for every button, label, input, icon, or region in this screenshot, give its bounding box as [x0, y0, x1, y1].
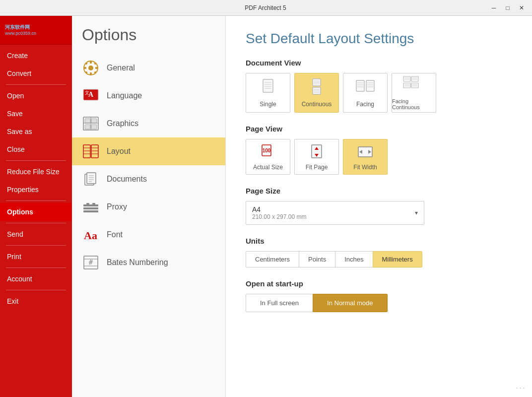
nav-item-graphics[interactable]: Graphics	[72, 110, 225, 137]
page-size-dropdown[interactable]: A4 210.00 x 297.00 mm ▾	[246, 201, 424, 225]
nav-label-documents: Documents	[107, 175, 147, 184]
sidebar-item-open[interactable]: Open	[0, 87, 72, 105]
sidebar-item-reduce[interactable]: Reduce File Size	[0, 163, 72, 181]
page-view-title: Page View	[246, 125, 512, 133]
page-view-btn-fit-page[interactable]: Fit Page	[294, 139, 339, 175]
unit-btn-inches[interactable]: Inches	[335, 251, 373, 267]
svg-rect-5	[95, 67, 98, 69]
actual-size-icon: 100	[259, 143, 277, 161]
documents-icon	[82, 170, 100, 188]
units-title: Units	[246, 237, 512, 245]
general-icon	[82, 59, 100, 77]
facing-continuous-icon	[402, 75, 425, 95]
nav-item-bates[interactable]: # Bates Numbering	[72, 249, 225, 276]
mid-panel: Options General	[72, 16, 226, 397]
sidebar-item-print[interactable]: Print	[0, 248, 72, 265]
svg-text:A: A	[88, 91, 94, 98]
unit-btn-millimeters[interactable]: Millimeters	[373, 251, 422, 267]
facing-label: Facing	[356, 101, 374, 108]
titlebar-title: PDF Architect 5	[44, 4, 487, 11]
sidebar-divider-5	[6, 245, 66, 246]
svg-rect-3	[90, 72, 92, 75]
restore-button[interactable]: □	[501, 3, 514, 13]
svg-rect-38	[83, 207, 98, 209]
view-btn-single[interactable]: Single	[246, 73, 290, 113]
view-btn-facing-continuous[interactable]: Facing Continuous	[392, 73, 436, 113]
app-body: 河东软件网 www.pc0359.cn Create Convert Open …	[0, 16, 532, 397]
sidebar-nav: Create Convert Open Save Save as Close R…	[0, 45, 72, 310]
unit-btn-points[interactable]: Points	[299, 251, 335, 267]
svg-rect-18	[91, 119, 97, 123]
nav-item-font[interactable]: Aa Font	[72, 221, 225, 249]
sidebar-divider-6	[6, 267, 66, 268]
svg-rect-39	[83, 210, 98, 212]
continuous-icon	[305, 78, 328, 98]
layout-icon	[82, 142, 100, 160]
dropdown-arrow-icon: ▾	[415, 209, 418, 216]
page-view-btn-actual[interactable]: 100 Actual Size	[246, 139, 290, 175]
svg-text:文: 文	[85, 90, 89, 95]
nav-item-documents[interactable]: Documents	[72, 165, 225, 193]
unit-btn-centimeters[interactable]: Centimeters	[246, 251, 299, 267]
startup-btn-fullscreen[interactable]: In Full screen	[246, 294, 313, 312]
nav-item-general[interactable]: General	[72, 54, 225, 82]
sidebar-item-options[interactable]: Options	[0, 203, 72, 221]
nav-label-general: General	[107, 64, 135, 72]
sidebar-item-save-as[interactable]: Save as	[0, 123, 72, 140]
document-view-title: Document View	[246, 59, 512, 67]
sidebar-item-send[interactable]: Send	[0, 225, 72, 243]
sidebar-watermark: 河东软件网 www.pc0359.cn	[0, 16, 72, 45]
content-heading: Set Default Layout Settings	[246, 31, 512, 47]
startup-btn-normal[interactable]: In Normal mode	[313, 294, 387, 312]
sidebar-divider-3	[6, 200, 66, 201]
svg-rect-27	[91, 145, 98, 158]
svg-rect-40	[86, 203, 89, 204]
nav-label-proxy: Proxy	[107, 202, 127, 211]
svg-text:Aa: Aa	[84, 229, 97, 242]
fit-page-icon	[308, 143, 326, 161]
minimize-button[interactable]: ─	[487, 3, 500, 13]
nav-item-proxy[interactable]: Proxy	[72, 193, 225, 221]
nav-label-layout: Layout	[107, 147, 131, 156]
view-btn-facing[interactable]: Facing	[343, 73, 388, 113]
font-icon: Aa	[82, 226, 100, 244]
titlebar-controls: ─ □ ✕	[487, 3, 528, 13]
proxy-icon	[82, 198, 100, 216]
nav-label-font: Font	[107, 230, 123, 239]
svg-rect-68	[403, 76, 410, 81]
bates-icon: #	[82, 254, 100, 271]
sidebar-item-create[interactable]: Create	[0, 47, 72, 65]
sidebar-item-convert[interactable]: Convert	[0, 65, 72, 82]
svg-rect-17	[85, 119, 90, 123]
view-btn-continuous[interactable]: Continuous	[294, 73, 339, 113]
sidebar-item-account[interactable]: Account	[0, 270, 72, 288]
fit-width-icon	[356, 143, 374, 161]
language-icon: A 文	[82, 87, 100, 105]
document-view-buttons: Single Continuous	[246, 73, 512, 113]
sidebar-item-save[interactable]: Save	[0, 105, 72, 123]
continuous-label: Continuous	[302, 101, 332, 108]
startup-title: Open at start-up	[246, 279, 512, 288]
svg-rect-23	[83, 145, 90, 158]
sidebar-item-close[interactable]: Close	[0, 140, 72, 158]
sidebar-item-properties[interactable]: Properties	[0, 181, 72, 198]
svg-rect-47	[263, 79, 273, 92]
watermark-line2: www.pc0359.cn	[5, 31, 67, 36]
page-view-btn-fit-width[interactable]: Fit Width	[343, 139, 388, 175]
svg-rect-32	[87, 173, 96, 184]
page-size-section: Page Size A4 210.00 x 297.00 mm ▾	[246, 187, 512, 225]
svg-rect-37	[83, 204, 98, 206]
sidebar-item-exit[interactable]: Exit	[0, 292, 72, 310]
svg-text:100: 100	[263, 148, 271, 153]
svg-rect-4	[84, 67, 86, 69]
svg-rect-20	[91, 125, 97, 129]
nav-item-layout[interactable]: Layout	[72, 137, 225, 165]
close-button[interactable]: ✕	[515, 3, 528, 13]
watermark-line1: 河东软件网	[5, 24, 67, 31]
unit-buttons: Centimeters Points Inches Millimeters	[246, 251, 512, 267]
nav-item-language[interactable]: A 文 Language	[72, 82, 225, 110]
svg-rect-60	[356, 80, 364, 91]
content-panel: Set Default Layout Settings Document Vie…	[226, 16, 532, 397]
content-footer: ···	[516, 383, 526, 393]
facing-continuous-label: Facing Continuous	[392, 98, 436, 110]
